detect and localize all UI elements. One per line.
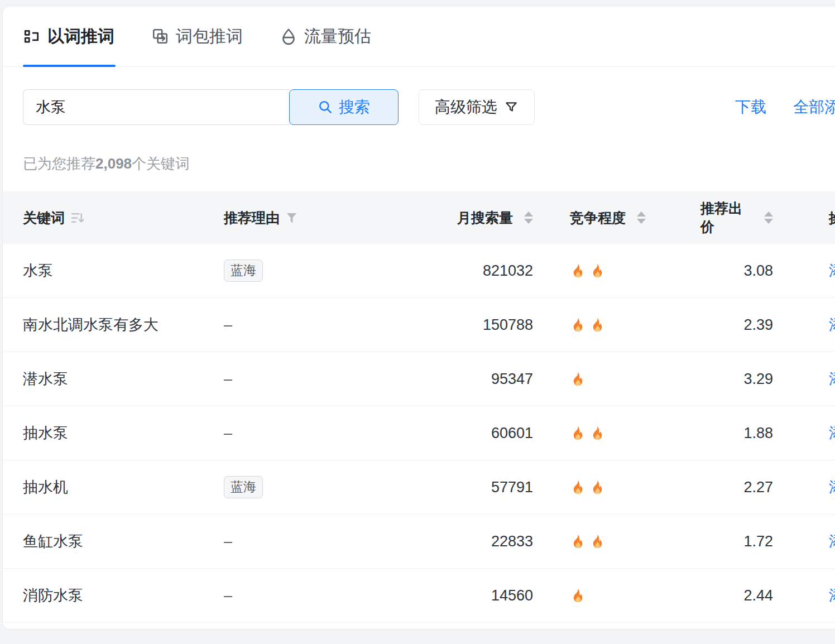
col-header-bid[interactable]: 推荐出价 — [700, 199, 773, 236]
filter-funnel-filled-icon[interactable] — [285, 212, 298, 224]
col-header-reason[interactable]: 推荐理由 — [224, 209, 408, 227]
search-icon — [318, 99, 333, 115]
table-row: 水泵 蓝海 821032 3.08 添加 — [3, 244, 835, 298]
col-label: 操作 — [829, 209, 835, 227]
fire-icon — [570, 263, 586, 279]
col-label: 关键词 — [23, 209, 65, 227]
keyword-text: 南水北调水泵有多大 — [23, 315, 159, 335]
fire-icon — [570, 479, 586, 496]
search-group: 搜索 — [23, 89, 399, 125]
add-keyword-link[interactable]: 添加 — [829, 477, 835, 497]
reason-dash: – — [224, 425, 232, 442]
tab-label: 流量预估 — [304, 25, 371, 48]
table-row: 抽水泵 – 60601 1.88 添加 — [3, 406, 835, 460]
action-cell: 添加 — [773, 315, 835, 335]
reason-cell: – — [224, 425, 408, 442]
table-header: 关键词 推荐理由 月搜索量 竞争程度 — [3, 191, 835, 244]
sort-carets-icon[interactable] — [637, 212, 646, 224]
reason-dash: – — [224, 533, 232, 550]
keyword-cell: 鱼缸水泵 — [23, 531, 224, 551]
col-label: 推荐出价 — [700, 199, 753, 236]
volume-text: 821032 — [483, 262, 533, 280]
add-all-link[interactable]: 全部添加 — [793, 97, 835, 118]
fire-icon — [589, 534, 606, 550]
tab-label: 词包推词 — [176, 25, 243, 48]
download-link[interactable]: 下载 — [735, 97, 766, 118]
col-header-competition[interactable]: 竞争程度 — [533, 209, 700, 227]
competition-cell — [533, 534, 700, 550]
table-body: 水泵 蓝海 821032 3.08 添加 南水北调水泵 — [3, 244, 835, 629]
sort-carets-icon[interactable] — [764, 212, 773, 224]
add-keyword-link[interactable]: 添加 — [829, 531, 835, 551]
summary-suffix: 个关键词 — [132, 155, 190, 172]
col-label: 月搜索量 — [457, 209, 513, 227]
keyword-text: 抽水泵 — [23, 423, 68, 443]
action-cell: 添加 — [773, 477, 835, 497]
bid-text: 2.27 — [743, 479, 773, 496]
add-keyword-link[interactable]: 添加 — [829, 261, 835, 281]
competition-flames — [570, 588, 586, 604]
keyword-tool-panel: 以词推词 词包推词 流量预估 — [2, 6, 835, 629]
fire-icon — [589, 317, 606, 333]
table-row: 南水北调水泵有多大 – 150788 2.39 添加 — [3, 298, 835, 352]
action-cell: 添加 — [773, 531, 835, 551]
volume-cell: 60601 — [408, 425, 533, 442]
keyword-cell: 抽水泵 — [23, 423, 224, 443]
tab-word-to-word[interactable]: 以词推词 — [23, 25, 114, 48]
recommend-summary: 已为您推荐2,098个关键词 — [23, 154, 835, 174]
add-keyword-link[interactable]: 添加 — [829, 315, 835, 335]
competition-cell — [533, 479, 700, 496]
bid-text: 2.44 — [743, 587, 773, 604]
keyword-cell: 消防水泵 — [23, 585, 224, 605]
competition-flames — [570, 479, 606, 496]
competition-cell — [533, 425, 700, 441]
bid-cell: 3.29 — [700, 371, 773, 388]
bid-cell: 3.08 — [700, 262, 773, 280]
add-keyword-link[interactable]: 添加 — [829, 423, 835, 443]
action-cell: 添加 — [773, 261, 835, 281]
bid-text: 3.29 — [743, 371, 773, 388]
search-input[interactable] — [23, 89, 290, 125]
summary-count: 2,098 — [95, 155, 132, 172]
bid-cell: 2.39 — [700, 316, 773, 334]
action-cell: 添加 — [773, 369, 835, 389]
tab-traffic-estimate[interactable]: 流量预估 — [280, 25, 371, 48]
keyword-cell: 水泵 — [23, 261, 224, 281]
reason-cell: 蓝海 — [224, 476, 408, 498]
competition-flames — [570, 425, 606, 441]
filter-funnel-icon — [504, 100, 519, 114]
advanced-filter-button[interactable]: 高级筛选 — [419, 89, 535, 125]
bid-cell: 2.44 — [700, 587, 773, 604]
reason-cell: – — [224, 371, 408, 388]
table-row: 潜水泵 – 95347 3.29 添加 — [3, 352, 835, 406]
fire-icon — [570, 371, 586, 387]
active-tab-underline — [23, 65, 116, 67]
action-cell: 添加 — [773, 423, 835, 443]
keyword-cell: 抽水机 — [23, 477, 224, 497]
competition-flames — [570, 534, 606, 550]
volume-cell: 57791 — [408, 479, 533, 496]
bid-cell: 2.27 — [700, 479, 773, 496]
volume-text: 14560 — [491, 587, 533, 604]
tab-label: 以词推词 — [47, 25, 114, 48]
fire-icon — [589, 479, 606, 496]
sort-lines-icon[interactable] — [70, 210, 85, 225]
fire-icon — [570, 425, 586, 441]
sort-carets-icon[interactable] — [524, 212, 533, 224]
bid-text: 1.72 — [743, 533, 773, 550]
summary-prefix: 已为您推荐 — [23, 155, 95, 172]
add-keyword-link[interactable]: 添加 — [829, 369, 835, 389]
table-row: 鱼缸水泵 – 22833 1.72 添加 — [3, 515, 835, 569]
volume-text: 60601 — [491, 425, 533, 442]
keyword-cell: 潜水泵 — [23, 369, 224, 389]
search-button-label: 搜索 — [339, 97, 370, 118]
search-button[interactable]: 搜索 — [289, 89, 399, 125]
col-header-volume[interactable]: 月搜索量 — [408, 209, 533, 227]
tab-word-pack[interactable]: 词包推词 — [151, 25, 243, 48]
volume-cell: 95347 — [408, 371, 533, 388]
col-header-keyword[interactable]: 关键词 — [23, 209, 224, 227]
add-keyword-link[interactable]: 添加 — [829, 585, 835, 605]
keyword-text: 抽水机 — [23, 477, 68, 497]
keyword-text: 潜水泵 — [23, 369, 68, 389]
reason-dash: – — [224, 316, 232, 334]
